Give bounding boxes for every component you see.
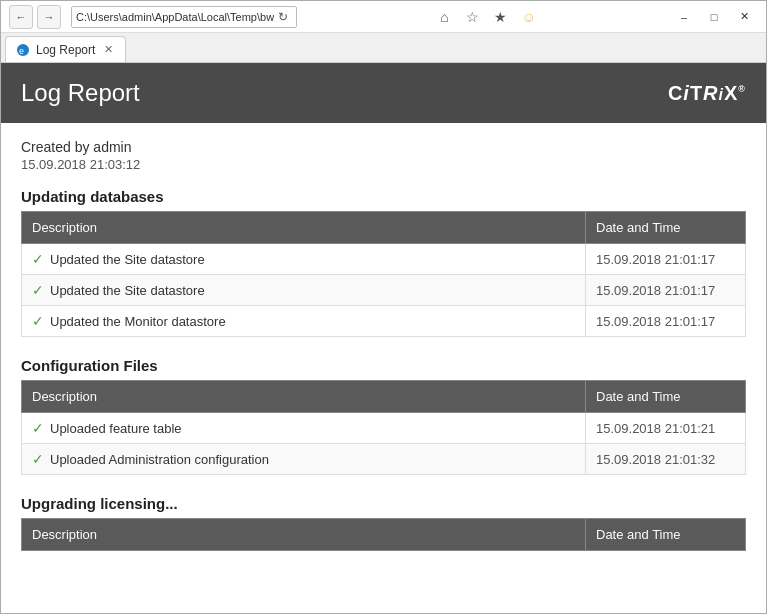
table-header-row-2: Description Date and Time (22, 519, 746, 551)
app-content: Log Report CiTRiX® Created by admin 15.0… (1, 63, 766, 613)
tab-bar: e Log Report ✕ (1, 33, 766, 63)
citrix-logo-text: CiTRiX® (668, 82, 746, 104)
app-title: Log Report (21, 79, 140, 107)
maximize-button[interactable]: □ (700, 6, 728, 28)
check-icon: ✓ (32, 420, 44, 436)
table-row: ✓ Updated the Site datastore 15.09.2018 … (22, 275, 746, 306)
col-header-datetime-2: Date and Time (586, 519, 746, 551)
col-header-datetime-0: Date and Time (586, 212, 746, 244)
forward-button[interactable]: → (37, 5, 61, 29)
created-date: 15.09.2018 21:03:12 (21, 157, 746, 172)
star-icon[interactable]: ☆ (462, 6, 484, 28)
browser-toolbar-icons: ⌂ ☆ ★ ☺ (426, 6, 548, 28)
check-icon: ✓ (32, 282, 44, 298)
citrix-logo: CiTRiX® (668, 82, 746, 105)
section-title-2: Upgrading licensing... (21, 495, 746, 512)
col-header-description-1: Description (22, 381, 586, 413)
row-description: ✓ Uploaded feature table (22, 413, 586, 444)
check-icon: ✓ (32, 451, 44, 467)
row-description: ✓ Updated the Site datastore (22, 244, 586, 275)
section-configuration-files: Configuration Files Description Date and… (21, 357, 746, 475)
created-by: Created by admin (21, 139, 746, 155)
content-area: Created by admin 15.09.2018 21:03:12 Upd… (1, 123, 766, 587)
table-row: ✓ Updated the Site datastore 15.09.2018 … (22, 244, 746, 275)
smiley-icon[interactable]: ☺ (518, 6, 540, 28)
row-datetime: 15.09.2018 21:01:21 (586, 413, 746, 444)
col-header-datetime-1: Date and Time (586, 381, 746, 413)
row-description: ✓ Updated the Site datastore (22, 275, 586, 306)
nav-controls: ← → C:\Users\admin\AppData\Local\Temp\bw… (9, 5, 303, 29)
table-upgrading-licensing: Description Date and Time (21, 518, 746, 551)
row-datetime: 15.09.2018 21:01:17 (586, 244, 746, 275)
row-datetime: 15.09.2018 21:01:17 (586, 275, 746, 306)
tab-favicon: e (16, 43, 30, 57)
tab-label: Log Report (36, 43, 95, 57)
section-title-0: Updating databases (21, 188, 746, 205)
row-datetime: 15.09.2018 21:01:17 (586, 306, 746, 337)
address-bar[interactable]: C:\Users\admin\AppData\Local\Temp\bw ↻ (71, 6, 297, 28)
browser-window: ← → C:\Users\admin\AppData\Local\Temp\bw… (0, 0, 767, 614)
col-header-description-2: Description (22, 519, 586, 551)
meta-info: Created by admin 15.09.2018 21:03:12 (21, 139, 746, 172)
table-configuration-files: Description Date and Time ✓ Uploaded fea… (21, 380, 746, 475)
section-title-1: Configuration Files (21, 357, 746, 374)
table-header-row-1: Description Date and Time (22, 381, 746, 413)
title-bar: ← → C:\Users\admin\AppData\Local\Temp\bw… (1, 1, 766, 33)
row-datetime: 15.09.2018 21:01:32 (586, 444, 746, 475)
home-icon[interactable]: ⌂ (434, 6, 456, 28)
tab-close-button[interactable]: ✕ (101, 43, 115, 57)
minimize-button[interactable]: – (670, 6, 698, 28)
table-updating-databases: Description Date and Time ✓ Updated the … (21, 211, 746, 337)
table-header-row-0: Description Date and Time (22, 212, 746, 244)
row-description: ✓ Updated the Monitor datastore (22, 306, 586, 337)
table-row: ✓ Uploaded feature table 15.09.2018 21:0… (22, 413, 746, 444)
row-description: ✓ Uploaded Administration configuration (22, 444, 586, 475)
address-text: C:\Users\admin\AppData\Local\Temp\bw (76, 11, 274, 23)
back-button[interactable]: ← (9, 5, 33, 29)
check-icon: ✓ (32, 313, 44, 329)
col-header-description-0: Description (22, 212, 586, 244)
favorites-icon[interactable]: ★ (490, 6, 512, 28)
svg-text:e: e (19, 46, 24, 56)
app-header: Log Report CiTRiX® (1, 63, 766, 123)
table-row: ✓ Updated the Monitor datastore 15.09.20… (22, 306, 746, 337)
close-button[interactable]: ✕ (730, 6, 758, 28)
active-tab[interactable]: e Log Report ✕ (5, 36, 126, 62)
section-upgrading-licensing: Upgrading licensing... Description Date … (21, 495, 746, 551)
check-icon: ✓ (32, 251, 44, 267)
refresh-button[interactable]: ↻ (274, 8, 292, 26)
table-row: ✓ Uploaded Administration configuration … (22, 444, 746, 475)
window-controls: – □ ✕ (670, 6, 758, 28)
section-updating-databases: Updating databases Description Date and … (21, 188, 746, 337)
